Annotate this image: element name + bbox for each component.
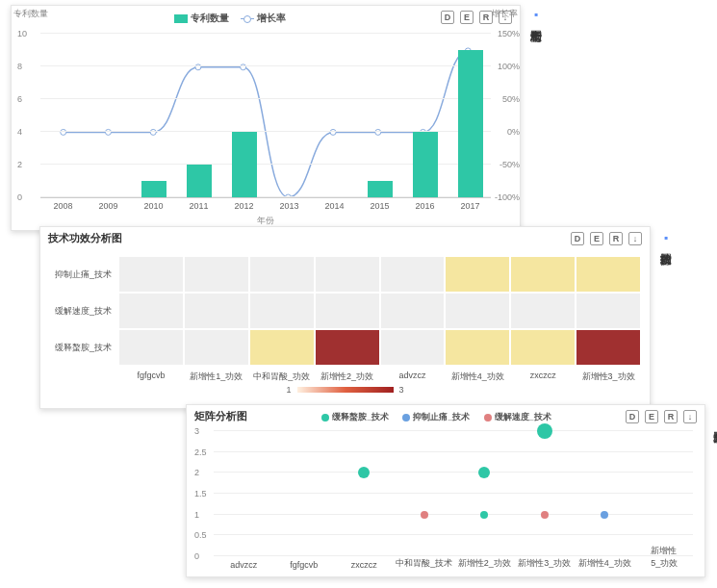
chart1-legend: 专利数量 增长率	[174, 12, 286, 25]
heatmap-cell	[446, 294, 509, 328]
legend-line-label: 增长率	[257, 13, 286, 23]
heatmap-cell	[119, 257, 183, 292]
heatmap-cell	[250, 294, 314, 328]
scatter-dot	[480, 511, 488, 519]
x-tick: 2015	[370, 201, 389, 211]
heatmap-x-tick: 新增性4_功效	[446, 367, 509, 383]
heatmap-x-tick: fgfgcvb	[119, 367, 183, 383]
heatmap-cell	[381, 294, 445, 328]
heatmap-cell	[119, 294, 183, 328]
bar	[458, 50, 483, 197]
heatmap-cell	[511, 330, 575, 365]
bar	[413, 132, 438, 197]
heatmap-cell	[316, 257, 379, 292]
scatter-dot	[358, 467, 370, 478]
refresh-icon[interactable]: R	[479, 11, 493, 24]
scatter-x-tick: fgfgcvb	[290, 560, 318, 570]
chart2-title: 技术功效分析图	[48, 231, 122, 245]
download-icon[interactable]: ↓	[683, 410, 697, 423]
x-tick: 2016	[415, 201, 434, 211]
bar	[368, 181, 393, 197]
chart2-side-title: ▪技术功效分析图	[657, 231, 674, 244]
heatmap-x-tick: 新增性3_功效	[576, 367, 640, 383]
scatter-x-tick: zxczcz	[351, 560, 377, 570]
x-tick: 2011	[189, 201, 208, 211]
x-tick: 2010	[143, 201, 163, 211]
data-view-icon[interactable]: D	[626, 410, 639, 423]
bar	[141, 181, 166, 197]
refresh-icon[interactable]: R	[664, 410, 678, 423]
heatmap-row-label: 缓解速度_技术	[50, 294, 117, 328]
chart2-toolbox: D E R ↓	[571, 232, 642, 245]
refresh-icon[interactable]: R	[609, 232, 623, 245]
edit-icon[interactable]: E	[590, 232, 603, 245]
heatmap-row-label: 抑制止痛_技术	[50, 257, 117, 292]
heatmap-row-label: 缓释螯胺_技术	[50, 330, 117, 365]
x-tick: 2009	[98, 201, 117, 211]
x-tick: 2014	[324, 201, 344, 211]
scatter-dot	[601, 511, 608, 519]
heatmap-cell	[576, 330, 640, 365]
matrix-analysis-panel: 矩阵分析图 缓释螯胺_技术 抑制止痛_技术 缓解速度_技术 D E R ↓ 00…	[186, 404, 705, 577]
scatter-x-tick: 新增性4_功效	[578, 557, 631, 570]
edit-icon[interactable]: E	[460, 11, 474, 24]
y-axis-left-label: 专利数量	[13, 8, 48, 20]
scatter-x-tick: 新增性2_功效	[458, 557, 511, 570]
scatter-x-tick: 新增性5_功效	[651, 545, 679, 570]
heatmap-x-tick: 新增性1_功效	[185, 367, 248, 383]
heatmap-cell	[446, 330, 509, 365]
bar	[232, 132, 257, 197]
scatter-x-tick: 新增性3_功效	[518, 557, 571, 570]
scatter-x-tick: 中和胃酸_技术	[396, 557, 452, 570]
heatmap-cell	[446, 257, 509, 292]
heatmap-cell	[576, 294, 640, 328]
heatmap-x-tick: 新增性2_功效	[316, 367, 379, 383]
x-tick: 2017	[460, 201, 479, 211]
heatmap-cell	[185, 294, 248, 328]
heatmap-cell	[316, 294, 379, 328]
chart3-toolbox: D E R ↓	[626, 410, 697, 423]
bar	[187, 165, 212, 197]
chart1-plot: 0246810-100%-50%0%50%100%150%20082009201…	[40, 35, 491, 198]
chart3-legend: 缓释螯胺_技术 抑制止痛_技术 缓解速度_技术	[321, 411, 551, 423]
data-view-icon[interactable]: D	[571, 232, 584, 245]
data-view-icon[interactable]: D	[441, 11, 454, 24]
tech-efficacy-panel: 技术功效分析图 D E R ↓ 抑制止痛_技术缓解速度_技术缓释螯胺_技术fgf…	[39, 226, 651, 409]
scatter-dot	[421, 511, 428, 519]
patent-growth-panel: 专利数量 增长率 D E R ↓ 专利数量 增长率 0246810-100%-5…	[11, 5, 521, 231]
heatmap-cell	[511, 257, 575, 292]
x-tick: 2012	[234, 201, 253, 211]
heatmap-cell	[576, 257, 640, 292]
edit-icon[interactable]: E	[645, 410, 658, 423]
chart3-side-title: ▪矩形分析图	[710, 409, 717, 422]
legend-bar-label: 专利数量	[191, 13, 229, 23]
chart3-plot: 00.511.522.53advzczfgfgcvbzxczcz中和胃酸_技术新…	[214, 431, 693, 556]
chart3-title: 矩阵分析图	[194, 409, 247, 423]
heatmap-x-tick: advzcz	[381, 367, 445, 383]
x-tick: 2013	[279, 201, 298, 211]
heatmap-cell	[119, 330, 183, 365]
heatmap-cell	[511, 294, 575, 328]
heatmap-legend: 13	[40, 385, 650, 395]
scatter-dot	[541, 511, 549, 519]
heatmap-cell	[185, 257, 248, 292]
x-tick: 2008	[53, 201, 72, 211]
heatmap-cell	[381, 257, 445, 292]
scatter-dot	[537, 423, 552, 439]
scatter-dot	[478, 467, 490, 478]
heatmap-cell	[316, 330, 379, 365]
scatter-x-tick: advzcz	[230, 560, 257, 570]
heatmap-cell	[381, 330, 445, 365]
heatmap-cell	[250, 257, 314, 292]
heatmap-cell	[250, 330, 314, 365]
heatmap-grid: 抑制止痛_技术缓解速度_技术缓释螯胺_技术fgfgcvb新增性1_功效中和胃酸_…	[40, 249, 650, 383]
heatmap-x-tick: 中和胃酸_功效	[250, 367, 314, 383]
y-axis-right-label: 增长率	[492, 8, 518, 20]
heatmap-x-tick: zxczcz	[511, 367, 575, 383]
heatmap-cell	[185, 330, 248, 365]
chart1-side-title: ▪专利增长态势图	[527, 8, 544, 21]
download-icon[interactable]: ↓	[628, 232, 642, 245]
